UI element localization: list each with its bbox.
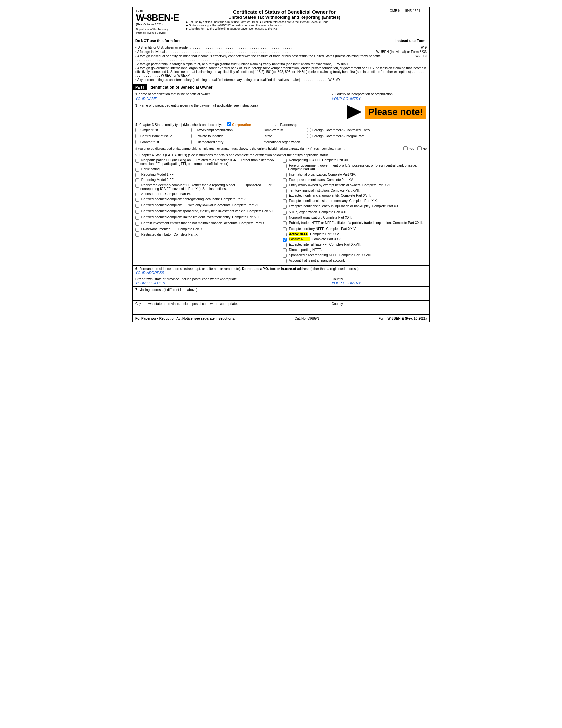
form-label: Form	[136, 9, 179, 12]
field1-label: 1Name of organization that is the benefi…	[135, 92, 326, 96]
field6-country-value[interactable]: YOUR COUNTRY	[331, 281, 427, 285]
cb-excepted-territory-nffe: Excepted territory NFFE. Complete Part X…	[282, 227, 427, 231]
donot-right: Instead use Form:	[395, 39, 427, 43]
field6-city-row: City or town, state or province. Include…	[133, 276, 429, 287]
instr2: ▶ Go to www.irs.gov/FormW8BENE for instr…	[186, 24, 383, 27]
rev-date: (Rev. October 2021)	[136, 23, 179, 26]
cb-active-nffe: Active NFFE. Complete Part XXV.	[282, 232, 427, 236]
chapter4-cols: Nonparticipating FFI (including an FFI r…	[135, 158, 427, 264]
cb-passive-nffe: Passive NFFE. Complete Part XXVI.	[282, 237, 427, 242]
cb-central-bank: Central Bank of Issue	[135, 134, 188, 138]
cb-fg-controlled: Foreign Government - Controlled Entity	[307, 128, 370, 132]
form-instructions: ▶ For use by entities. Individuals must …	[186, 21, 383, 30]
cb-no[interactable]	[417, 146, 421, 150]
bullet-row-4: • A foreign partnership, a foreign simpl…	[135, 62, 427, 66]
instr1: ▶ For use by entities. Individuals must …	[186, 21, 383, 24]
donot-left: Do NOT use this form for:	[135, 39, 180, 43]
cb-publicly-traded-nffe: Publicly traded NFFE or NFFE affiliate o…	[282, 221, 427, 225]
cb-restricted-dist: Restricted distributor. Complete Part XI…	[135, 233, 280, 237]
omb-box: OMB No. 1545-1621	[386, 7, 429, 37]
field6-city-label: City or town, state or province. Include…	[135, 278, 326, 281]
cb-account-not-financial: Account that is not a financial account.	[282, 259, 427, 263]
partnership-label: Partnership	[281, 123, 297, 127]
part1-header: Part I Identification of Beneficial Owne…	[133, 84, 429, 91]
cb-intl-org: International organization	[258, 140, 317, 144]
cb-intl-org-xiv: International organization. Complete Par…	[282, 173, 427, 177]
cb-grantor-trust: Grantor trust	[135, 140, 188, 144]
cb-501c-org: 501(c) organization. Complete Part XXI.	[282, 210, 427, 215]
cb-yes[interactable]	[403, 146, 408, 150]
cb-excepted-inter-affiliate: Excepted inter-affiliate FFI. Complete P…	[282, 243, 427, 247]
cb-estate: Estate	[258, 134, 304, 138]
cb-nonparticipating-ffi: Nonparticipating FFI (including an FFI r…	[135, 158, 280, 166]
field7-value	[135, 292, 427, 299]
dept-label: Department of the TreasuryInternal Reven…	[136, 27, 179, 35]
header-row: Form W-8BEN-E (Rev. October 2021) Depart…	[133, 7, 429, 37]
field2-label: 2Country of incorporation or organizatio…	[331, 92, 427, 96]
omb-number: OMB No. 1545-1621	[390, 9, 420, 13]
cb-exempt-retirement: Exempt retirement plans. Complete Part X…	[282, 178, 427, 182]
field5-section: 5 Chapter 4 Status (FATCA status) (See i…	[133, 152, 429, 266]
cb-owner-documented: Owner-documented FFI. Complete Part X.	[135, 227, 280, 232]
chapter4-left: Nonparticipating FFI (including an FFI r…	[135, 158, 280, 264]
cb-certified-ltd-life: Certified deemed-compliant limited life …	[135, 215, 280, 220]
field4-title: 4 Chapter 3 Status (entity type) (Must c…	[135, 122, 427, 127]
field6-section: 6 Permanent residence address (street, a…	[133, 266, 429, 276]
field7-city-cell: City or town, state or province. Include…	[133, 301, 329, 314]
cb-certified-nonreg: Certified deemed-compliant nonregisterin…	[135, 197, 280, 202]
field6-bold: Do not use a P.O. box or in-care-of addr…	[242, 267, 309, 271]
cb-sponsored-ffi: Sponsored FFI. Complete Part IV.	[135, 192, 280, 196]
field7-country-cell: Country	[329, 301, 429, 314]
field3-row: 3 Name of disregarded entity receiving t…	[133, 102, 429, 120]
field6-value[interactable]: YOUR ADDRESS	[135, 271, 427, 275]
cb-corporation[interactable]	[227, 122, 231, 126]
field2-value[interactable]: YOUR COUNTRY	[331, 97, 427, 101]
cb-complex-trust: Complex trust	[258, 128, 304, 132]
cb-entity-wholly-owned: Entity wholly owned by exempt beneficial…	[282, 183, 427, 188]
cb-participating-ffi: Participating FFI.	[135, 167, 280, 172]
cb-foreign-govt: Foreign government, government of a U.S.…	[282, 164, 427, 171]
part1-title: Identification of Beneficial Owner	[147, 84, 429, 91]
bullet-row-1: • U.S. entity or U.S. citizen or residen…	[135, 46, 427, 49]
field7-label: 7 Mailing address (if different from abo…	[135, 288, 427, 292]
field7-city-value[interactable]	[135, 306, 326, 313]
field7-city-label: City or town, state or province. Include…	[135, 302, 326, 306]
arrow-icon	[347, 105, 362, 119]
cb-simple-trust: Simple trust	[135, 128, 188, 132]
entity-row3: Central Bank of Issue Private foundation…	[135, 134, 427, 139]
instr3: ▶ Give this form to the withholding agen…	[186, 27, 383, 30]
entity-row2: Simple trust Tax-exempt organization Com…	[135, 128, 427, 133]
cb-sponsored-direct: Sponsored direct reporting NFFE. Complet…	[282, 253, 427, 258]
bullet-row-2: • A foreign individual . . . . . . . . .…	[135, 50, 427, 54]
footer-left: For Paperwork Reduction Act Notice, see …	[135, 317, 236, 320]
form-id-box: Form W-8BEN-E (Rev. October 2021) Depart…	[133, 7, 183, 37]
cb-reporting-model1: Reporting Model 1 FFI.	[135, 173, 280, 177]
cb-certified-sponsored: Certified deemed-compliant sponsored, cl…	[135, 209, 280, 214]
field1-value[interactable]: YOUR NAME	[135, 97, 326, 101]
footer-cat: Cat. No. 59689N	[294, 317, 319, 320]
part1-num: Part I	[133, 84, 147, 90]
field5-title: 5 Chapter 4 Status (FATCA status) (See i…	[135, 153, 427, 157]
field6-label: 6 Permanent residence address (street, a…	[135, 267, 427, 271]
cb-territory-financial: Territory financial institution. Complet…	[282, 189, 427, 193]
field6-city-value[interactable]: YOUR LOCATION	[135, 281, 326, 285]
corporation-label: Corporation	[232, 123, 251, 127]
field1-cell: 1Name of organization that is the benefi…	[133, 91, 329, 102]
please-note-container: Please note!	[347, 105, 426, 119]
cb-nonreporting-iga: Nonreporting IGA FFI. Complete Part XII.	[282, 158, 427, 163]
field-row-1-2: 1Name of organization that is the benefi…	[133, 91, 429, 102]
field4-section: 4 Chapter 3 Status (entity type) (Must c…	[133, 120, 429, 152]
field7-country-value[interactable]	[331, 306, 427, 313]
cb-excepted-liquidation: Excepted nonfinancial entity in liquidat…	[282, 204, 427, 209]
title-box: Certificate of Status of Beneficial Owne…	[183, 7, 386, 37]
passive-nffe-label: Passive NFFE	[289, 237, 310, 241]
cb-excepted-nonfin-group: Excepted nonfinancial group entity. Comp…	[282, 194, 427, 198]
cb-registered-deemed: Registered deemed-compliant FFI (other t…	[135, 183, 280, 191]
field6-city-cell: City or town, state or province. Include…	[133, 276, 329, 286]
field6-country-cell: Country YOUR COUNTRY	[329, 276, 429, 286]
cb-reporting-model2: Reporting Model 2 FFI.	[135, 178, 280, 182]
cb-partnership[interactable]	[275, 122, 280, 126]
please-note-box: Please note!	[365, 106, 426, 119]
footer: For Paperwork Reduction Act Notice, see …	[133, 314, 429, 322]
cb-fg-integral: Foreign Government - Integral Part	[307, 134, 367, 138]
